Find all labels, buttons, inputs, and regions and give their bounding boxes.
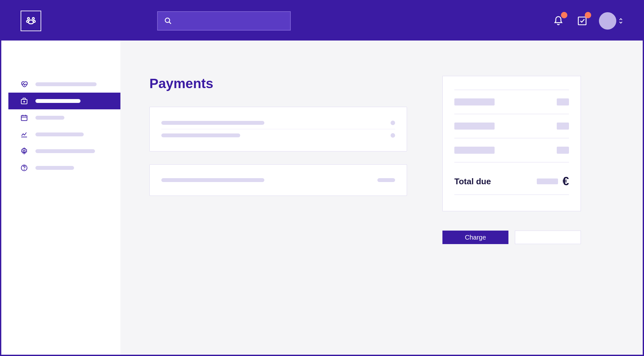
total-amount-placeholder bbox=[537, 178, 558, 184]
sidebar-item-label bbox=[35, 166, 74, 170]
svg-point-12 bbox=[23, 150, 25, 152]
sidebar-item-label bbox=[35, 116, 64, 120]
sidebar-item-payments[interactable] bbox=[8, 93, 120, 109]
sidebar-item-health[interactable] bbox=[8, 76, 120, 93]
invoice-total-row: Total due € bbox=[454, 162, 569, 195]
invoice-line bbox=[454, 90, 569, 114]
topbar-right bbox=[551, 12, 623, 30]
payments-summary-card bbox=[149, 164, 407, 196]
payments-left-column: Payments bbox=[149, 76, 407, 196]
invoice-line-label bbox=[454, 123, 495, 130]
invoice-line-value bbox=[557, 123, 569, 130]
calendar-icon bbox=[20, 114, 28, 122]
svg-point-14 bbox=[24, 169, 24, 170]
sidebar-item-help[interactable] bbox=[8, 160, 120, 176]
payments-list-card bbox=[149, 107, 407, 151]
action-buttons: Charge bbox=[442, 231, 581, 244]
avatar bbox=[599, 12, 616, 30]
secondary-button[interactable] bbox=[515, 231, 581, 244]
search-container bbox=[157, 11, 291, 31]
tasks-badge bbox=[585, 12, 591, 18]
medical-bag-icon bbox=[20, 97, 28, 105]
help-icon bbox=[20, 164, 28, 172]
notifications-button[interactable] bbox=[551, 14, 565, 28]
page-title: Payments bbox=[149, 76, 407, 91]
euro-icon: € bbox=[563, 175, 569, 188]
charge-button[interactable]: Charge bbox=[442, 231, 508, 244]
svg-rect-6 bbox=[578, 17, 586, 25]
sidebar-item-settings[interactable] bbox=[8, 143, 120, 160]
app-logo[interactable] bbox=[21, 11, 41, 31]
svg-point-1 bbox=[33, 18, 34, 20]
sidebar-item-analytics[interactable] bbox=[8, 126, 120, 143]
profile-menu[interactable] bbox=[599, 12, 623, 30]
invoice-line-label bbox=[454, 147, 495, 154]
payment-row[interactable] bbox=[161, 129, 395, 141]
app-frame: Payments bbox=[0, 0, 644, 356]
chevron-up-down-icon bbox=[618, 17, 623, 25]
topbar bbox=[1, 1, 643, 41]
invoice-line-label bbox=[454, 98, 495, 105]
payment-row-status bbox=[391, 121, 395, 125]
invoice-line bbox=[454, 114, 569, 138]
sidebar-item-calendar[interactable] bbox=[8, 109, 120, 126]
total-due-value: € bbox=[537, 175, 569, 188]
invoice-line-value bbox=[557, 147, 569, 154]
sidebar-item-label bbox=[35, 149, 95, 153]
tasks-button[interactable] bbox=[575, 14, 589, 28]
summary-line-value bbox=[377, 178, 395, 182]
sidebar-item-label bbox=[35, 132, 84, 136]
sidebar bbox=[1, 41, 120, 355]
svg-point-0 bbox=[28, 18, 30, 20]
invoice-summary-card: Total due € bbox=[442, 76, 581, 211]
summary-line bbox=[161, 174, 395, 186]
payment-row-label bbox=[161, 133, 240, 137]
search-icon bbox=[164, 17, 172, 25]
total-due-label: Total due bbox=[454, 177, 491, 187]
body: Payments bbox=[1, 41, 643, 355]
invoice-line bbox=[454, 138, 569, 162]
payment-row-status bbox=[391, 133, 395, 138]
payment-row-label bbox=[161, 121, 264, 125]
sidebar-item-label bbox=[35, 99, 80, 103]
sidebar-item-label bbox=[35, 82, 97, 86]
svg-line-5 bbox=[169, 22, 171, 24]
heart-icon bbox=[20, 80, 28, 88]
invoice-line-value bbox=[557, 98, 569, 105]
svg-point-4 bbox=[165, 18, 170, 23]
payments-right-column: Total due € Charge bbox=[442, 76, 581, 244]
notification-badge bbox=[561, 12, 567, 18]
search-input[interactable] bbox=[157, 11, 291, 31]
chart-icon bbox=[20, 130, 28, 139]
paw-icon bbox=[25, 15, 37, 27]
payment-row[interactable] bbox=[161, 117, 395, 129]
main-content: Payments bbox=[120, 41, 643, 355]
svg-rect-8 bbox=[21, 115, 27, 121]
summary-line-label bbox=[161, 178, 264, 182]
gear-icon bbox=[20, 147, 28, 155]
